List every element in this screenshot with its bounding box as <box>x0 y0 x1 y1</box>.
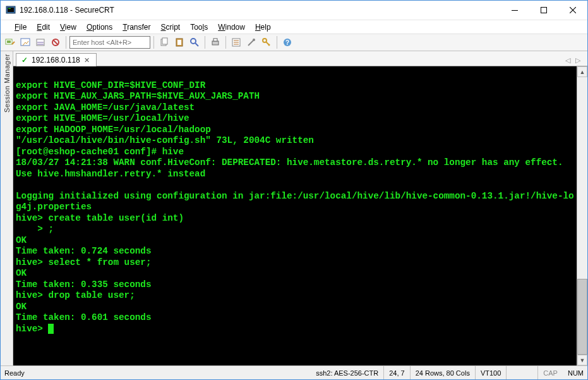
app-icon <box>6 5 16 15</box>
tab-label: 192.168.0.118 <box>32 56 80 64</box>
menu-transfer[interactable]: Transfer <box>117 23 155 32</box>
close-button[interactable] <box>558 1 587 20</box>
menu-tools[interactable]: Tools <box>185 23 213 32</box>
session-manager-label: Session Manager <box>3 54 11 113</box>
help-icon[interactable]: ? <box>280 35 294 49</box>
tab-close-icon[interactable]: ✕ <box>84 56 90 64</box>
menu-window[interactable]: Window <box>213 23 250 32</box>
svg-rect-15 <box>212 41 219 45</box>
status-empty1 <box>507 366 538 379</box>
tab-next-icon[interactable]: ▷ <box>573 56 582 64</box>
terminal-scrollbar[interactable]: ▲ ▼ <box>577 66 587 365</box>
status-ready: Ready <box>1 366 30 379</box>
status-size: 24 Rows, 80 Cols <box>411 366 476 379</box>
toolbar-separator <box>225 36 226 49</box>
minimize-button[interactable] <box>500 1 529 20</box>
terminal[interactable]: export HIVE_CONF_DIR=$HIVE_CONF_DIR expo… <box>13 66 577 365</box>
content-column: ✓ 192.168.0.118 ✕ ◁ ▷ export HIVE_CONF_D… <box>13 51 587 365</box>
status-caps: CAP <box>538 366 563 379</box>
maximize-button[interactable] <box>529 1 558 20</box>
connected-check-icon: ✓ <box>21 56 28 64</box>
toolbar: ? <box>1 34 587 51</box>
tab-nav: ◁ ▷ <box>563 56 585 66</box>
copy-icon[interactable] <box>157 35 171 49</box>
status-term: VT100 <box>476 366 507 379</box>
svg-rect-4 <box>541 8 547 13</box>
svg-rect-6 <box>7 40 11 43</box>
menu-edit[interactable]: Edit <box>32 23 55 32</box>
menu-view[interactable]: View <box>55 23 81 32</box>
quick-connect-icon[interactable] <box>18 35 32 49</box>
connect-in-tab-icon[interactable] <box>33 35 47 49</box>
paste-icon[interactable] <box>172 35 186 49</box>
connect-icon[interactable] <box>3 35 17 49</box>
options-icon[interactable] <box>244 35 258 49</box>
scroll-up-icon[interactable]: ▲ <box>577 66 587 77</box>
status-cipher: ssh2: AES-256-CTR <box>311 366 384 379</box>
svg-rect-2 <box>8 8 11 9</box>
reconnect-icon[interactable] <box>49 35 63 49</box>
svg-text:?: ? <box>285 39 289 46</box>
terminal-cursor <box>48 324 54 334</box>
menu-options[interactable]: Options <box>81 23 117 32</box>
status-num: NUM <box>563 366 587 379</box>
session-manager-panel[interactable]: Session Manager <box>1 51 13 365</box>
tab-prev-icon[interactable]: ◁ <box>563 56 572 64</box>
menubar: File Edit View Options Transfer Script T… <box>1 20 587 34</box>
menu-file[interactable]: File <box>9 23 32 32</box>
toolbar-separator <box>153 36 154 49</box>
svg-rect-16 <box>213 39 217 41</box>
toolbar-separator <box>277 36 277 49</box>
scroll-down-icon[interactable]: ▼ <box>577 355 587 365</box>
svg-rect-13 <box>177 40 181 45</box>
window-title: 192.168.0.118 - SecureCRT <box>20 6 500 15</box>
status-cursor: 24, 7 <box>384 366 410 379</box>
titlebar[interactable]: 192.168.0.118 - SecureCRT <box>1 1 587 20</box>
session-tab[interactable]: ✓ 192.168.0.118 ✕ <box>16 53 97 66</box>
find-icon[interactable] <box>188 35 201 49</box>
tabbar: ✓ 192.168.0.118 ✕ ◁ ▷ <box>13 51 587 66</box>
statusbar: Ready ssh2: AES-256-CTR 24, 7 24 Rows, 8… <box>1 365 587 379</box>
scroll-track[interactable] <box>577 77 587 355</box>
svg-point-14 <box>191 39 196 44</box>
toolbar-separator <box>66 36 66 49</box>
terminal-wrap: export HIVE_CONF_DIR=$HIVE_CONF_DIR expo… <box>13 66 587 365</box>
host-input[interactable] <box>69 36 150 49</box>
toolbar-separator <box>205 36 205 49</box>
scroll-thumb[interactable] <box>577 279 587 355</box>
svg-rect-11 <box>162 38 167 44</box>
key-icon[interactable] <box>260 35 273 49</box>
menu-help[interactable]: Help <box>250 23 276 32</box>
main-area: Session Manager ✓ 192.168.0.118 ✕ ◁ ▷ ex… <box>1 51 587 365</box>
svg-point-18 <box>253 39 255 41</box>
menu-script[interactable]: Script <box>156 23 186 32</box>
print-icon[interactable] <box>208 35 222 49</box>
properties-icon[interactable] <box>229 35 243 49</box>
app-window: 192.168.0.118 - SecureCRT File Edit View… <box>0 0 588 380</box>
svg-rect-3 <box>512 10 518 11</box>
window-controls <box>500 1 587 20</box>
